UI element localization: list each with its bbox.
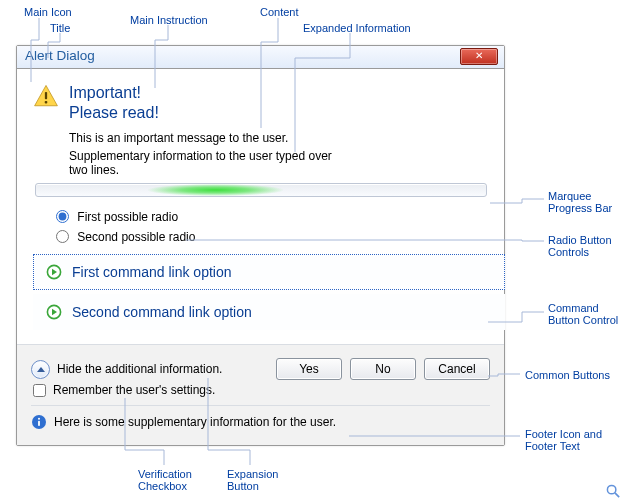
callout-expanded-info: Expanded Information [303, 22, 411, 34]
expanded-information: Supplementary information to the user ty… [69, 149, 349, 177]
alert-dialog: Alert Dialog ✕ Important! Please read! T… [16, 45, 505, 446]
radio-group: First possible radio Second possible rad… [51, 207, 488, 244]
close-button[interactable]: ✕ [460, 48, 498, 65]
footer-text: Here is some supplementary information f… [54, 415, 336, 429]
callout-expand: Expansion Button [227, 468, 278, 492]
callout-content: Content [260, 6, 299, 18]
radio-2-input[interactable] [56, 230, 69, 243]
title-bar: Alert Dialog ✕ [17, 46, 504, 69]
svg-point-7 [607, 485, 615, 493]
main-instruction: Important! Please read! [69, 83, 159, 123]
callout-verify: Verification Checkbox [138, 468, 192, 492]
callout-main-icon: Main Icon [24, 6, 72, 18]
main-instruction-line-1: Important! [69, 83, 159, 103]
command-link-2-label: Second command link option [72, 304, 252, 320]
arrow-right-icon [46, 264, 62, 280]
chevron-up-icon [37, 367, 45, 372]
callout-common-btns: Common Buttons [525, 369, 610, 381]
main-instruction-line-2: Please read! [69, 103, 159, 123]
info-icon [31, 414, 47, 430]
radio-1-input[interactable] [56, 210, 69, 223]
title-text: Alert Dialog [25, 48, 95, 63]
separator [31, 405, 490, 406]
content-area: Important! Please read! This is an impor… [17, 69, 504, 344]
marquee-progress-bar [35, 183, 487, 197]
command-link-1-label: First command link option [72, 264, 232, 280]
body-text: This is an important message to the user… [69, 131, 349, 177]
svg-rect-1 [45, 101, 48, 104]
arrow-right-icon [46, 304, 62, 320]
radio-1-label: First possible radio [77, 210, 178, 224]
zoom-icon [606, 484, 621, 499]
callout-marquee: Marquee Progress Bar [548, 190, 612, 214]
callout-title: Title [50, 22, 70, 34]
callout-radios: Radio Button Controls [548, 234, 612, 258]
svg-rect-5 [38, 421, 40, 426]
no-button[interactable]: No [350, 358, 416, 380]
callout-main-instruction: Main Instruction [130, 14, 208, 26]
expansion-button[interactable] [31, 360, 50, 379]
radio-2-label: Second possible radio [77, 230, 195, 244]
radio-1[interactable]: First possible radio [51, 207, 488, 224]
progress-glow [148, 184, 283, 196]
warning-icon [33, 83, 59, 109]
verification-label: Remember the user's settings. [53, 383, 215, 397]
verification-checkbox[interactable] [33, 384, 46, 397]
yes-button[interactable]: Yes [276, 358, 342, 380]
command-link-1[interactable]: First command link option [33, 254, 505, 290]
svg-rect-0 [45, 92, 47, 99]
content-text: This is an important message to the user… [69, 131, 349, 145]
svg-rect-6 [38, 418, 40, 420]
cancel-button[interactable]: Cancel [424, 358, 490, 380]
expansion-label: Hide the additional information. [57, 362, 222, 376]
svg-line-8 [615, 493, 619, 497]
button-footer-area: Hide the additional information. Yes No … [17, 344, 504, 445]
callout-cmdbtn: Command Button Control [548, 302, 618, 326]
radio-2[interactable]: Second possible radio [51, 227, 488, 244]
callout-footer: Footer Icon and Footer Text [525, 428, 602, 452]
command-link-2[interactable]: Second command link option [33, 294, 505, 330]
